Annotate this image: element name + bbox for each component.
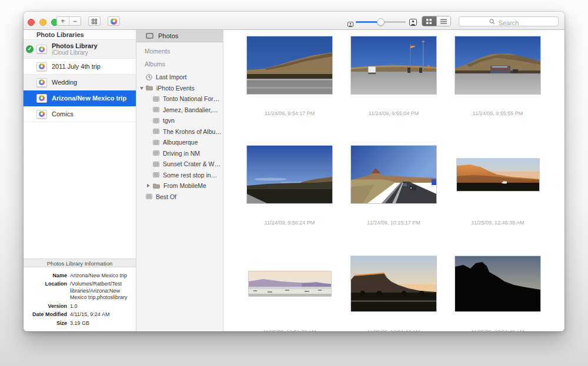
photo-cell: 11/24/09, 9:54:17 PM	[247, 36, 332, 117]
album-icon	[153, 150, 159, 156]
photo-timestamp: 11/25/09, 12:51:43 AM	[351, 329, 436, 331]
album-label: Sunset Crater & W…	[163, 160, 220, 167]
photo-thumbnail[interactable]	[455, 36, 540, 94]
albums-sidebar: Photos Moments Albums Last Import	[136, 30, 223, 331]
album-item-last-import[interactable]: Last Import	[136, 72, 223, 83]
photo-timestamp: 11/25/09, 12:51:38 AM	[247, 329, 332, 331]
library-title: Comics	[52, 110, 74, 117]
photo-cell: 11/24/09, 9:55:04 PM	[351, 36, 436, 117]
library-item-wedding[interactable]: Wedding	[24, 75, 136, 90]
list-view-button[interactable]	[436, 16, 451, 26]
album-item-jemez-bandalier[interactable]: Jemez, Bandalier,…	[136, 105, 223, 116]
source-item-photos[interactable]: Photos	[136, 30, 223, 42]
photo-timestamp: 11/24/09, 9:55:04 PM	[351, 110, 436, 117]
search-field[interactable]	[459, 16, 559, 26]
album-item-best-of[interactable]: Best Of	[136, 192, 223, 203]
photo-cell: 11/25/09, 12:46:39 AM	[455, 146, 540, 226]
album-item-tonto-national-forest[interactable]: Tonto National For…	[136, 93, 223, 105]
album-label: Albuquerque	[163, 139, 198, 146]
album-item-sunset-crater[interactable]: Sunset Crater & W…	[136, 159, 223, 170]
photo-cell: 11/24/09, 9:56:24 PM	[247, 146, 332, 226]
photos-icon	[146, 33, 153, 39]
album-icon	[153, 172, 159, 177]
photo-thumbnail[interactable]	[351, 256, 436, 311]
library-item-2011-july-4th-trip[interactable]: 2011 July 4th trip	[24, 59, 136, 75]
remove-library-button[interactable]: −	[69, 17, 81, 25]
add-library-button[interactable]: +	[57, 17, 69, 25]
libraries-header: Photo Libraries	[24, 30, 136, 40]
toolbar: + −	[24, 12, 564, 30]
zoom-out-photo-icon	[348, 19, 353, 29]
info-label: Location	[24, 281, 67, 301]
album-item-krohns-of-albuquerque[interactable]: The Krohns of Albu…	[136, 126, 223, 137]
photo-cell: 11/25/09, 12:51:38 AM	[247, 255, 332, 331]
photo-timestamp: 11/24/09, 9:55:55 PM	[455, 110, 540, 117]
disclosure-triangle-collapsed-icon[interactable]	[147, 184, 150, 187]
info-value: 4/11/15, 9:24 AM	[70, 311, 132, 318]
source-item-moments[interactable]: Moments	[145, 48, 223, 55]
list-view-icon	[440, 19, 447, 24]
album-icon	[146, 194, 152, 199]
disclosure-triangle-expanded-icon[interactable]	[140, 87, 143, 90]
window-content: Photo Libraries Photos Library iCloud Li…	[24, 30, 564, 331]
photo-cell: 11/25/09, 12:51:43 AM	[351, 255, 436, 331]
folder-item-from-mobileme[interactable]: From MobileMe	[136, 180, 223, 192]
photo-thumbnail[interactable]	[455, 256, 540, 311]
album-icon	[153, 140, 159, 145]
zoom-in-photo-icon	[409, 18, 417, 28]
library-title: Wedding	[52, 79, 77, 86]
libraries-sidebar: Photo Libraries Photos Library iCloud Li…	[24, 30, 136, 331]
window-controls	[28, 19, 58, 26]
album-icon	[153, 129, 159, 134]
grid-view-button[interactable]	[422, 16, 436, 26]
minimize-button[interactable]	[39, 19, 46, 26]
library-flower-icon	[36, 45, 47, 53]
photos-window: + −	[24, 12, 564, 331]
photo-thumbnail[interactable]	[457, 159, 539, 191]
grid-icon	[92, 19, 97, 24]
photo-cell: 11/25/09, 12:51:49 AM	[455, 255, 540, 331]
library-item-photos-library[interactable]: Photos Library iCloud Library	[24, 40, 136, 59]
zoom-slider-knob[interactable]	[377, 18, 385, 26]
close-button[interactable]	[28, 19, 35, 26]
photo-grid-area: 11/24/09, 9:54:17 PM	[223, 30, 564, 331]
library-item-comics[interactable]: Comics	[24, 106, 136, 122]
photo-timestamp: 11/24/09, 9:56:24 PM	[247, 220, 332, 226]
album-label: Driving in NM	[163, 150, 200, 157]
photo-thumbnail[interactable]	[247, 36, 332, 94]
library-item-arizona-new-mexico-trip[interactable]: Arizona/New Mexico trip	[24, 90, 136, 106]
library-title: Photos Library	[52, 42, 98, 49]
album-label: The Krohns of Albu…	[163, 128, 222, 135]
photo-cell: 11/24/09, 9:55:55 PM	[455, 36, 540, 117]
library-flower-icon	[36, 94, 47, 103]
albums-tree: Last Import iPhoto Events	[136, 72, 223, 202]
album-icon	[153, 118, 159, 123]
album-item-some-rest-stop[interactable]: Some rest stop in…	[136, 170, 223, 181]
albums-section-label: Albums	[145, 61, 223, 68]
folder-icon	[153, 183, 160, 189]
thumbnail-view-button[interactable]	[88, 16, 101, 26]
info-value: /Volumes/Ratbert/Test libraries/Arizona:…	[70, 281, 132, 301]
album-item-albuquerque[interactable]: Albuquerque	[136, 137, 223, 148]
photo-timestamp: 11/24/09, 10:15:17 PM	[351, 220, 436, 226]
album-label: Some rest stop in…	[163, 172, 217, 179]
search-input[interactable]	[459, 19, 558, 28]
info-label: Name	[24, 273, 67, 280]
photos-app-button[interactable]	[108, 16, 120, 26]
photo-thumbnail[interactable]	[351, 36, 436, 94]
info-value: Arizona/New Mexico trip	[70, 273, 132, 280]
library-flower-icon	[36, 110, 47, 119]
folder-item-iphoto-events[interactable]: iPhoto Events	[136, 83, 223, 94]
album-label: Best Of	[156, 193, 176, 200]
folder-icon	[146, 85, 153, 90]
add-remove-button-group: + −	[56, 16, 81, 26]
album-item-driving-in-nm[interactable]: Driving in NM	[136, 148, 223, 159]
photo-thumbnail[interactable]	[351, 146, 436, 203]
photo-timestamp: 11/25/09, 12:46:39 AM	[455, 220, 540, 226]
album-item-tgvn[interactable]: tgvn	[136, 115, 223, 126]
zoom-slider[interactable]	[356, 21, 406, 23]
library-info-header: Photos Library Information	[24, 258, 136, 267]
photo-thumbnail[interactable]	[249, 271, 331, 296]
photo-thumbnail[interactable]	[247, 146, 332, 203]
album-label: From MobileMe	[163, 182, 206, 189]
